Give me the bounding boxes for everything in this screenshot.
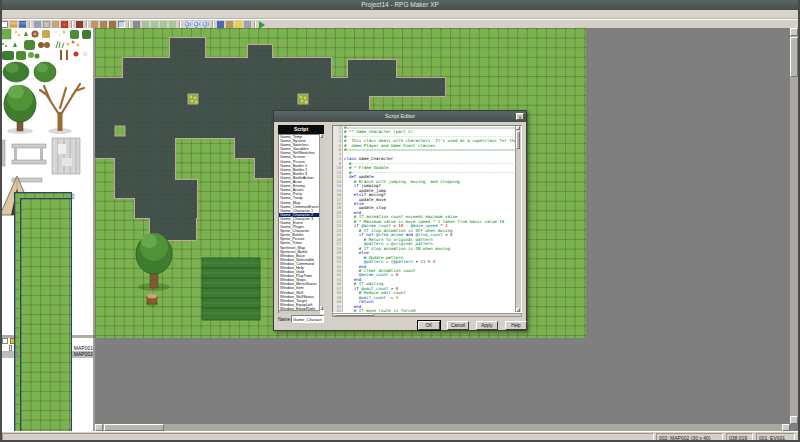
tree-expander-icon[interactable] [16,351,18,357]
code-lines[interactable]: #=======================================… [344,126,516,312]
zoom-1-2-icon[interactable] [193,21,200,28]
scroll-right-icon[interactable] [782,424,790,431]
scroll-up-icon[interactable] [516,126,520,130]
big-tree [136,233,172,291]
map-horizontal-scrollbar[interactable] [95,424,790,431]
toolbar-separator [71,21,73,28]
sound-test-icon[interactable] [244,21,251,28]
pencil-icon[interactable] [133,21,140,28]
open-icon[interactable] [10,21,17,28]
toolbar-separator [254,21,256,28]
zoom-1-1-icon[interactable] [184,21,191,28]
toolbar-separator [179,21,181,28]
zoom-1-4-icon[interactable] [202,21,209,28]
toolbar-separator [86,21,88,28]
vscroll-thumb[interactable] [790,37,798,77]
materialbase-icon[interactable] [226,21,233,28]
scroll-left-icon[interactable] [95,424,103,431]
close-icon[interactable]: x [516,113,524,120]
apply-button[interactable]: Apply [476,321,498,330]
layer1-icon[interactable] [91,21,98,28]
scroll-down-icon[interactable] [790,416,798,424]
toolbar-separator [212,21,214,28]
code-gutter: 1234567891011121314151617181920212223242… [333,126,343,312]
map-tree-label: MAP002 [74,351,93,358]
code-vertical-scrollbar[interactable] [515,126,521,312]
dialog-title-bar[interactable]: Script Editor [274,111,526,122]
code-editor[interactable]: 1234567891011121314151617181920212223242… [332,125,522,313]
map-icon [20,198,72,442]
name-label: Name: [278,317,291,322]
flood-fill-icon[interactable] [160,21,167,28]
ellipse-icon[interactable] [151,21,158,28]
delete-icon[interactable] [61,21,68,28]
window-title: Project14 - RPG Maker XP [361,1,439,8]
layer3-icon[interactable] [109,21,116,28]
dialog-title: Script Editor [385,113,415,119]
rectangle-icon[interactable] [142,21,149,28]
hedge-field [202,258,260,320]
title-bar[interactable]: Project14 - RPG Maker XP [0,0,800,10]
code-vscroll-thumb[interactable] [516,131,520,149]
tree-expander-icon[interactable]: - [9,345,12,351]
script-list-hscrollbar[interactable] [279,310,320,314]
tree-expander-icon[interactable] [2,338,8,344]
script-list[interactable]: Game_TempGame_SystemGame_SwitchesGame_Va… [278,134,324,314]
scroll-down-icon[interactable] [320,306,323,310]
map-tree-panel: Project14 -MAP001 MAP002 [0,338,95,431]
toolbar-separator [29,21,31,28]
select-icon[interactable] [169,21,176,28]
scroll-up-icon[interactable] [320,134,323,138]
code-horizontal-scrollbar[interactable] [332,313,522,317]
tree-stump [146,294,158,307]
script-list-scrollbar[interactable] [319,134,324,310]
script-list-header: Script [278,125,324,134]
code-hscroll-thumb[interactable] [334,314,374,316]
paste-icon[interactable] [52,21,59,28]
scroll-up-icon[interactable] [790,28,798,36]
layer2-icon[interactable] [100,21,107,28]
ok-button[interactable]: OK [418,321,440,330]
menu-bar: FileEditViewModeDrawScaleToolsGameHelp [0,10,800,19]
map-vertical-scrollbar[interactable] [790,28,798,424]
save-icon[interactable] [19,21,26,28]
toolbar-separator [128,21,130,28]
new-icon[interactable] [1,21,8,28]
rpg-maker-xp-window: Project14 - RPG Maker XP FileEditViewMod… [0,0,800,442]
script-editor-dialog: Script Editor x Script Game_TempGame_Sys… [273,110,527,331]
event-layer-icon[interactable] [118,21,125,28]
copy-icon[interactable] [43,21,50,28]
hscroll-thumb[interactable] [104,424,164,431]
script-editor-icon[interactable] [235,21,242,28]
undo-icon[interactable] [76,21,83,28]
toolbar [0,19,800,28]
script-name-input[interactable] [291,315,324,323]
scroll-down-icon[interactable] [516,308,520,312]
help-button[interactable]: Help [505,321,527,330]
cut-icon[interactable] [34,21,41,28]
window-frame-left [0,0,2,442]
database-icon[interactable] [217,21,224,28]
cancel-button[interactable]: Cancel [447,321,469,330]
